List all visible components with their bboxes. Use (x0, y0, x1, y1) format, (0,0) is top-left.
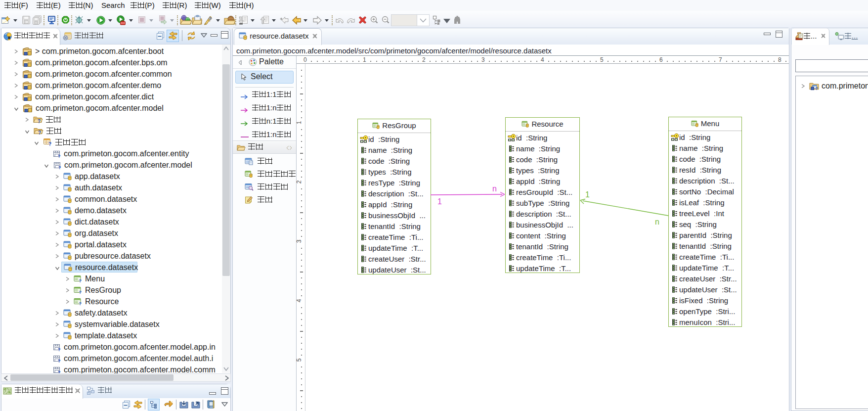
svg-text:?: ? (38, 119, 41, 124)
svg-text:1: 1 (585, 190, 590, 199)
svg-text:?: ? (38, 130, 41, 135)
svg-text:?: ? (48, 141, 51, 146)
svg-text:?: ? (815, 86, 818, 90)
svg-text:n: n (492, 184, 497, 193)
svg-text:1: 1 (437, 197, 442, 206)
svg-text:n: n (655, 218, 659, 226)
